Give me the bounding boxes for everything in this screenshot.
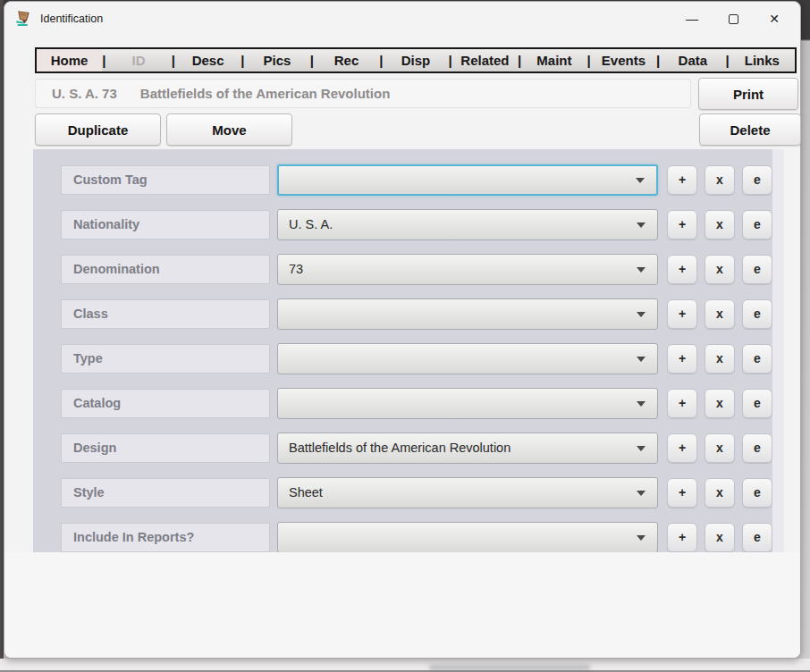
add-button[interactable]: + bbox=[667, 523, 697, 552]
add-button[interactable]: + bbox=[667, 255, 697, 284]
chevron-down-icon bbox=[637, 267, 645, 273]
id-form-panel: Custom Tag + x e Nationality U. S. A. bbox=[33, 149, 784, 552]
add-button[interactable]: + bbox=[667, 299, 697, 329]
maximize-icon bbox=[729, 14, 738, 24]
add-button[interactable]: + bbox=[667, 165, 697, 195]
edit-button[interactable]: e bbox=[742, 344, 772, 374]
taskbar-icons-blur bbox=[429, 665, 590, 670]
delete-button[interactable]: Delete bbox=[699, 113, 801, 146]
scrollbar-track bbox=[772, 149, 784, 552]
print-button[interactable]: Print bbox=[698, 78, 798, 110]
dropdown-value: Battlefields of the American Revolution bbox=[289, 441, 510, 455]
window-title: Identification bbox=[40, 13, 103, 25]
remove-button[interactable]: x bbox=[705, 478, 735, 508]
form-row-style: Style Sheet + x e bbox=[33, 470, 784, 515]
chevron-down-icon bbox=[637, 223, 645, 228]
tab-related[interactable]: Related bbox=[452, 49, 518, 71]
style-dropdown[interactable]: Sheet bbox=[277, 477, 658, 508]
chevron-down-icon bbox=[636, 178, 645, 183]
maximize-button[interactable] bbox=[713, 4, 754, 33]
add-button[interactable]: + bbox=[667, 433, 697, 463]
add-button[interactable]: + bbox=[667, 210, 697, 239]
edit-button[interactable]: e bbox=[742, 165, 772, 195]
tab-pics[interactable]: Pics bbox=[244, 49, 309, 71]
design-dropdown[interactable]: Battlefields of the American Revolution bbox=[277, 433, 658, 464]
tab-strip: Home | ID | Desc | Pics | Rec | Disp | R… bbox=[35, 47, 797, 73]
edit-button[interactable]: e bbox=[742, 433, 772, 463]
remove-button[interactable]: x bbox=[705, 255, 735, 284]
form-row-custom-tag: Custom Tag + x e bbox=[33, 157, 784, 202]
nationality-dropdown[interactable]: U. S. A. bbox=[277, 209, 658, 240]
chevron-down-icon bbox=[637, 446, 645, 451]
tab-rec[interactable]: Rec bbox=[314, 49, 379, 71]
duplicate-button[interactable]: Duplicate bbox=[35, 113, 161, 146]
record-title: Battlefields of the American Revolution bbox=[140, 86, 391, 101]
app-stamp-icon bbox=[14, 9, 34, 29]
remove-button[interactable]: x bbox=[705, 210, 735, 239]
form-row-class: Class + x e bbox=[33, 291, 784, 336]
chevron-down-icon bbox=[637, 491, 645, 496]
field-label: Design bbox=[61, 433, 270, 463]
field-label: Include In Reports? bbox=[61, 523, 270, 552]
form-row-catalog: Catalog + x e bbox=[33, 381, 784, 425]
form-row-design: Design Battlefields of the American Revo… bbox=[33, 425, 784, 470]
edit-button[interactable]: e bbox=[742, 255, 772, 284]
tab-id: ID bbox=[105, 49, 171, 71]
record-header: U. S. A. 73 Battlefields of the American… bbox=[35, 79, 691, 108]
add-button[interactable]: + bbox=[667, 389, 697, 418]
dropdown-value: 73 bbox=[289, 262, 303, 276]
remove-button[interactable]: x bbox=[705, 165, 735, 195]
field-label: Style bbox=[61, 478, 270, 508]
field-label: Type bbox=[61, 344, 270, 374]
catalog-dropdown[interactable] bbox=[277, 388, 658, 419]
type-dropdown[interactable] bbox=[277, 343, 658, 374]
add-button[interactable]: + bbox=[667, 344, 697, 374]
edit-button[interactable]: e bbox=[742, 523, 772, 552]
tab-desc[interactable]: Desc bbox=[175, 49, 240, 71]
edit-button[interactable]: e bbox=[742, 299, 772, 329]
taskbar-strip bbox=[0, 659, 810, 672]
dropdown-value: U. S. A. bbox=[289, 217, 333, 231]
window-controls: — ✕ bbox=[671, 2, 795, 36]
tab-home[interactable]: Home bbox=[37, 49, 102, 71]
minimize-button[interactable]: — bbox=[671, 4, 713, 33]
edit-button[interactable]: e bbox=[742, 210, 772, 239]
edit-button[interactable]: e bbox=[742, 389, 772, 418]
record-id: U. S. A. 73 bbox=[52, 86, 117, 101]
form-row-nationality: Nationality U. S. A. + x e bbox=[33, 202, 784, 247]
chevron-down-icon bbox=[637, 535, 645, 541]
chevron-down-icon bbox=[637, 401, 645, 407]
tab-maint[interactable]: Maint bbox=[521, 49, 586, 71]
include-in-reports-dropdown[interactable] bbox=[277, 522, 658, 553]
chevron-down-icon bbox=[637, 357, 645, 362]
tab-disp[interactable]: Disp bbox=[383, 49, 448, 71]
close-button[interactable]: ✕ bbox=[754, 4, 795, 33]
field-label: Class bbox=[61, 299, 270, 329]
edit-button[interactable]: e bbox=[742, 478, 772, 508]
denomination-dropdown[interactable]: 73 bbox=[277, 254, 658, 285]
remove-button[interactable]: x bbox=[705, 344, 735, 374]
class-dropdown[interactable] bbox=[277, 298, 658, 330]
tab-links[interactable]: Links bbox=[730, 49, 795, 71]
field-label: Nationality bbox=[61, 210, 270, 239]
form-row-type: Type + x e bbox=[33, 336, 784, 381]
dropdown-value: Sheet bbox=[289, 485, 323, 500]
remove-button[interactable]: x bbox=[705, 523, 735, 552]
chevron-down-icon bbox=[637, 312, 645, 317]
field-label: Custom Tag bbox=[61, 165, 270, 195]
remove-button[interactable]: x bbox=[705, 389, 735, 418]
remove-button[interactable]: x bbox=[705, 299, 735, 329]
field-label: Denomination bbox=[61, 255, 270, 284]
form-row-denomination: Denomination 73 + x e bbox=[33, 247, 784, 291]
title-bar[interactable]: Identification — ✕ bbox=[4, 2, 800, 36]
add-button[interactable]: + bbox=[667, 478, 697, 508]
move-button[interactable]: Move bbox=[166, 113, 292, 146]
custom-tag-dropdown[interactable] bbox=[277, 164, 658, 196]
field-label: Catalog bbox=[61, 389, 270, 418]
identification-window: Identification — ✕ Home | ID | Desc | Pi… bbox=[4, 1, 801, 659]
desktop: Identification — ✕ Home | ID | Desc | Pi… bbox=[0, 0, 810, 672]
tab-data[interactable]: Data bbox=[660, 49, 725, 71]
tab-events[interactable]: Events bbox=[591, 49, 656, 71]
remove-button[interactable]: x bbox=[705, 433, 735, 463]
content-footer-area bbox=[5, 552, 800, 658]
